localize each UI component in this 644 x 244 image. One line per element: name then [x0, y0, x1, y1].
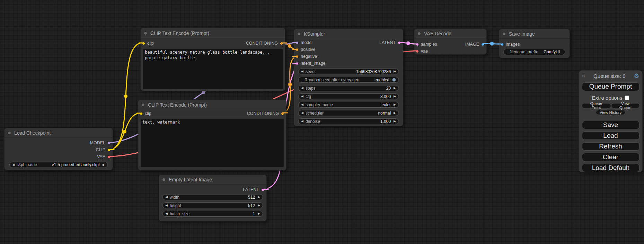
queue-panel-header: ⠿ Queue size: 0 ⚙	[579, 71, 642, 81]
collapse-dot-icon[interactable]	[502, 32, 506, 36]
extra-options-checkbox[interactable]	[625, 96, 629, 100]
decrement-arrow-icon[interactable]: ◀	[301, 87, 303, 90]
model-output-port[interactable]	[107, 142, 111, 145]
batch-size-widget[interactable]: ◀ batch_size 1 ▶	[162, 211, 263, 217]
load-default-button[interactable]: Load Default	[582, 164, 639, 172]
cfg-widget[interactable]: ◀ cfg 8.000 ▶	[298, 93, 399, 99]
widget-value: normal	[378, 111, 391, 116]
decrement-arrow-icon[interactable]: ◀	[301, 120, 303, 123]
output-label: MODEL	[90, 141, 105, 145]
decrement-arrow-icon[interactable]: ◀	[12, 163, 15, 166]
node-vae-decode[interactable]: VAE Decode samples IMAGE vae	[414, 28, 487, 55]
node-title-bar[interactable]: Load Checkpoint	[5, 128, 113, 138]
decrement-arrow-icon[interactable]: ◀	[301, 70, 303, 73]
queue-front-button[interactable]: Queue Front	[582, 103, 611, 108]
increment-arrow-icon[interactable]: ▶	[258, 212, 260, 215]
filename-prefix-widget[interactable]: filename_prefix ComfyUI	[503, 49, 565, 55]
node-title-bar[interactable]: Save Image	[499, 29, 570, 39]
decrement-arrow-icon[interactable]: ◀	[165, 196, 168, 199]
increment-arrow-icon[interactable]: ▶	[103, 163, 105, 166]
increment-arrow-icon[interactable]: ▶	[394, 70, 396, 73]
drag-handle-icon[interactable]: ⠿	[582, 73, 585, 78]
sampler-name-widget[interactable]: ◀ sampler_name euler ▶	[298, 102, 399, 108]
widget-label: height	[170, 203, 248, 208]
collapse-dot-icon[interactable]	[162, 178, 166, 181]
model-input-port[interactable]	[295, 41, 299, 44]
clear-button[interactable]: Clear	[582, 153, 639, 161]
widget-label: seed	[306, 69, 356, 74]
node-title: VAE Decode	[424, 31, 451, 36]
positive-input-port[interactable]	[295, 48, 299, 51]
node-save-image[interactable]: Save Image images filename_prefix ComfyU…	[499, 29, 570, 58]
queue-prompt-button[interactable]: Queue Prompt	[582, 82, 639, 91]
collapse-dot-icon[interactable]	[417, 32, 421, 35]
samples-input-port[interactable]	[416, 43, 419, 46]
collapse-dot-icon[interactable]	[297, 32, 301, 36]
vae-output-port[interactable]	[107, 155, 111, 159]
view-queue-button[interactable]: View Queue	[611, 103, 640, 108]
increment-arrow-icon[interactable]: ▶	[394, 103, 396, 106]
node-title-bar[interactable]: Empty Latent Image	[159, 175, 266, 184]
clip-input-port[interactable]	[140, 112, 143, 115]
node-clip-text-encode-positive[interactable]: CLIP Text Encode (Prompt) clip CONDITION…	[140, 28, 285, 91]
ckpt-name-widget[interactable]: ◀ ckpt_name v1-5-pruned-emaonly.ckpt ▶	[9, 162, 108, 168]
latent-output-port[interactable]	[261, 188, 264, 191]
clip-input-port[interactable]	[142, 42, 145, 45]
prompt-textarea[interactable]: beautiful scenery nature glass bottle la…	[143, 49, 283, 89]
collapse-dot-icon[interactable]	[144, 31, 147, 35]
denoise-widget[interactable]: ◀ denoise 1.000 ▶	[298, 118, 399, 124]
increment-arrow-icon[interactable]: ▶	[394, 87, 396, 90]
save-button[interactable]: Save	[582, 121, 639, 129]
random-seed-toggle-widget[interactable]: Random seed after every gen enabled	[298, 77, 399, 83]
node-empty-latent-image[interactable]: Empty Latent Image LATENT ◀ width 512 ▶ …	[159, 174, 267, 222]
images-input-port[interactable]	[501, 43, 504, 46]
decrement-arrow-icon[interactable]: ◀	[301, 95, 303, 98]
conditioning-output-port[interactable]	[281, 112, 284, 115]
latent-image-input-port[interactable]	[295, 62, 299, 65]
conditioning-output-port[interactable]	[280, 42, 283, 45]
collapse-dot-icon[interactable]	[141, 103, 145, 107]
widget-value: 512	[248, 195, 255, 200]
settings-gear-icon[interactable]: ⚙	[634, 72, 639, 80]
height-widget[interactable]: ◀ height 512 ▶	[162, 202, 263, 208]
decrement-arrow-icon[interactable]: ◀	[301, 111, 303, 115]
increment-arrow-icon[interactable]: ▶	[394, 95, 396, 98]
vae-input-port[interactable]	[416, 50, 419, 53]
refresh-button[interactable]: Refresh	[582, 142, 639, 151]
comfyui-canvas[interactable]: { "icons": { "decrement": "◀", "incremen…	[0, 0, 644, 244]
latent-output-port[interactable]	[398, 41, 401, 44]
scheduler-widget[interactable]: ◀ scheduler normal ▶	[298, 110, 399, 116]
decrement-arrow-icon[interactable]: ◀	[165, 212, 168, 215]
image-output-port[interactable]	[481, 43, 484, 46]
decrement-arrow-icon[interactable]: ◀	[165, 204, 168, 207]
node-load-checkpoint[interactable]: Load Checkpoint MODEL CLIP VAE ◀ ckpt_na…	[4, 128, 113, 170]
toggle-enabled-icon[interactable]	[392, 78, 396, 82]
node-title-bar[interactable]: KSampler	[294, 29, 403, 39]
negative-input-port[interactable]	[295, 55, 299, 58]
node-title-bar[interactable]: VAE Decode	[414, 29, 486, 38]
input-label: clip	[145, 111, 151, 116]
prompt-textarea[interactable]: text, watermark	[141, 119, 284, 167]
decrement-arrow-icon[interactable]: ◀	[301, 103, 303, 106]
widget-label: steps	[306, 86, 386, 91]
node-clip-text-encode-negative[interactable]: CLIP Text Encode (Prompt) clip CONDITION…	[138, 99, 286, 171]
load-button[interactable]: Load	[582, 132, 639, 140]
view-history-button[interactable]: View History	[596, 110, 626, 115]
output-row-model: MODEL	[5, 139, 113, 146]
increment-arrow-icon[interactable]: ▶	[394, 120, 396, 123]
node-ksampler[interactable]: KSampler model LATENT positive negative …	[294, 28, 403, 126]
output-row-vae: VAE	[5, 153, 113, 160]
width-widget[interactable]: ◀ width 512 ▶	[162, 194, 263, 200]
clip-output-port[interactable]	[107, 148, 111, 152]
node-title-bar[interactable]: CLIP Text Encode (Prompt)	[138, 100, 286, 110]
collapse-dot-icon[interactable]	[8, 131, 11, 135]
seed-widget[interactable]: ◀ seed 156680208700286 ▶	[298, 69, 399, 74]
increment-arrow-icon[interactable]: ▶	[394, 111, 396, 115]
steps-widget[interactable]: ◀ steps 20 ▶	[298, 85, 399, 91]
increment-arrow-icon[interactable]: ▶	[258, 204, 260, 207]
node-title-bar[interactable]: CLIP Text Encode (Prompt)	[141, 28, 285, 38]
node-title: KSampler	[304, 31, 325, 37]
port-row-negative: negative	[294, 53, 403, 60]
input-label: clip	[147, 41, 154, 46]
increment-arrow-icon[interactable]: ▶	[258, 196, 260, 199]
